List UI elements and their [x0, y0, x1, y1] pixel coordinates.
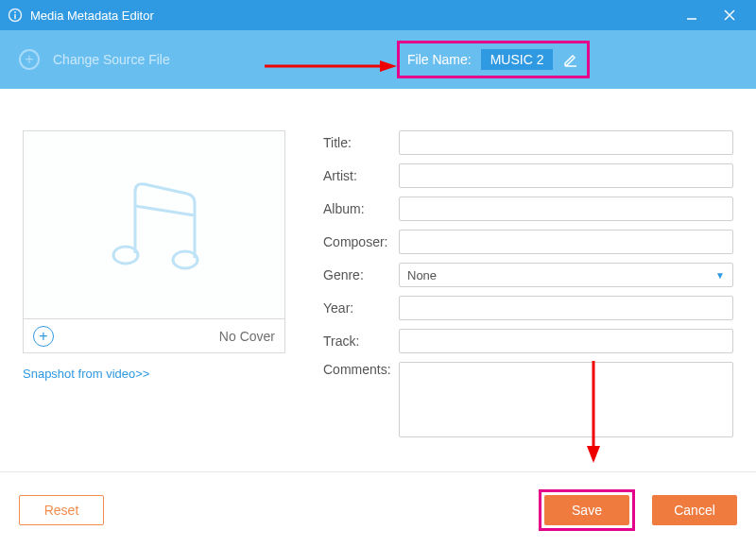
genre-value: None	[407, 268, 437, 282]
svg-line-9	[135, 206, 195, 215]
title-input[interactable]	[399, 130, 733, 155]
no-cover-label: No Cover	[219, 329, 275, 344]
cover-row: + No Cover	[23, 319, 285, 353]
info-icon	[8, 8, 23, 23]
save-button[interactable]: Save	[544, 495, 629, 525]
edit-filename-icon[interactable]	[562, 51, 579, 68]
genre-label: Genre:	[323, 267, 399, 282]
annotation-arrow-horizontal	[265, 59, 397, 74]
window-title: Media Metadata Editor	[30, 9, 154, 23]
album-input[interactable]	[399, 197, 733, 221]
add-cover-icon[interactable]: +	[33, 326, 54, 347]
change-source-link[interactable]: Change Source File	[53, 52, 170, 67]
cover-column: + No Cover Snapshot from video>>	[23, 130, 285, 471]
footer: Reset Save Cancel	[0, 471, 756, 547]
filename-value[interactable]: MUSIC 2	[481, 49, 554, 70]
reset-button[interactable]: Reset	[19, 495, 104, 525]
cancel-button[interactable]: Cancel	[652, 495, 737, 525]
toolbar: + Change Source File File Name: MUSIC 2	[0, 30, 756, 89]
svg-point-11	[173, 251, 198, 268]
composer-input[interactable]	[399, 230, 733, 254]
comments-input[interactable]	[399, 362, 733, 437]
close-button[interactable]	[711, 9, 748, 22]
form-column: Title: Artist: Album: Composer: Genre: N…	[323, 130, 733, 471]
track-label: Track:	[323, 333, 399, 349]
album-label: Album:	[323, 201, 399, 216]
svg-point-1	[14, 11, 16, 13]
year-label: Year:	[323, 300, 399, 316]
music-note-icon	[93, 163, 215, 286]
cover-preview	[23, 130, 285, 319]
svg-point-10	[113, 247, 138, 264]
chevron-down-icon: ▼	[715, 270, 725, 281]
minimize-button[interactable]	[673, 9, 711, 22]
save-highlight: Save	[539, 489, 635, 531]
main-area: + No Cover Snapshot from video>> Title: …	[0, 89, 756, 471]
add-source-icon[interactable]: +	[19, 49, 40, 70]
svg-marker-7	[380, 60, 397, 72]
titlebar: Media Metadata Editor	[0, 0, 756, 30]
track-input[interactable]	[399, 329, 733, 353]
snapshot-link[interactable]: Snapshot from video>>	[23, 367, 149, 381]
artist-input[interactable]	[399, 163, 733, 188]
title-label: Title:	[323, 135, 399, 150]
svg-rect-2	[14, 14, 16, 19]
filename-highlight: File Name: MUSIC 2	[397, 41, 590, 78]
year-input[interactable]	[399, 296, 733, 320]
artist-label: Artist:	[323, 168, 399, 183]
composer-label: Composer:	[323, 234, 399, 249]
comments-label: Comments:	[323, 362, 399, 377]
filename-label: File Name:	[407, 52, 472, 67]
genre-select[interactable]: None ▼	[399, 263, 733, 287]
